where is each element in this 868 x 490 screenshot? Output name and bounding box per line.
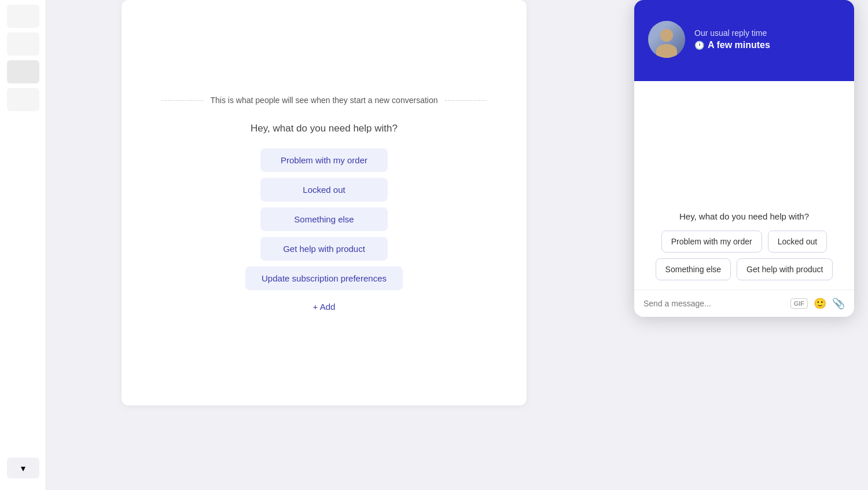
chat-prompt: Hey, what do you need help with? [646, 211, 843, 221]
reply-label: Our usual reply time [694, 28, 770, 38]
add-button[interactable]: + Add [313, 302, 336, 312]
sidebar-item-2[interactable] [7, 32, 39, 56]
chat-footer: GIF 🙂 📎 [634, 290, 854, 317]
option-btn-something[interactable]: Something else [260, 207, 388, 231]
option-btn-locked[interactable]: Locked out [260, 178, 388, 202]
emoji-icon[interactable]: 🙂 [814, 297, 826, 310]
sidebar-item-1[interactable] [7, 5, 39, 28]
option-btn-help[interactable]: Get help with product [260, 237, 388, 261]
option-btn-problem[interactable]: Problem with my order [260, 148, 388, 172]
divider-section: This is what people will see when they s… [162, 94, 486, 107]
divider-line-left [162, 100, 204, 101]
chat-btn-problem[interactable]: Problem with my order [661, 231, 762, 253]
reply-time-value: A few minutes [708, 40, 770, 50]
reply-time: 🕐 A few minutes [694, 40, 770, 50]
sidebar-item-3[interactable] [7, 60, 39, 83]
chat-header: Our usual reply time 🕐 A few minutes [634, 0, 854, 81]
preview-panel: Our usual reply time 🕐 A few minutes Hey… [602, 0, 868, 490]
sidebar-dropdown[interactable]: ▾ [7, 458, 39, 478]
chat-btn-help[interactable]: Get help with product [737, 258, 833, 280]
gif-icon[interactable]: GIF [790, 298, 808, 309]
sidebar: ▾ [0, 0, 46, 490]
clock-icon: 🕐 [694, 41, 704, 50]
sidebar-item-4[interactable] [7, 88, 39, 111]
avatar [648, 21, 685, 58]
message-input[interactable] [643, 299, 786, 308]
center-prompt: Hey, what do you need help with? [251, 123, 398, 134]
chat-widget: Our usual reply time 🕐 A few minutes Hey… [634, 0, 854, 317]
footer-icons: GIF 🙂 📎 [790, 297, 845, 310]
chat-body: Hey, what do you need help with? Problem… [634, 81, 854, 290]
divider-text: This is what people will see when they s… [211, 94, 438, 107]
chat-button-list: Problem with my order Locked out Somethi… [646, 231, 843, 280]
divider-line-right [445, 100, 487, 101]
center-panel: This is what people will see when they s… [122, 0, 527, 405]
chat-btn-something[interactable]: Something else [656, 258, 731, 280]
chat-btn-locked[interactable]: Locked out [768, 231, 827, 253]
main-area: This is what people will see when they s… [46, 0, 602, 490]
attachment-icon[interactable]: 📎 [832, 297, 845, 310]
option-btn-subscription[interactable]: Update subscription preferences [245, 266, 403, 290]
chevron-down-icon: ▾ [21, 463, 25, 474]
option-button-list: Problem with my order Locked out Somethi… [122, 148, 527, 290]
header-text: Our usual reply time 🕐 A few minutes [694, 28, 770, 50]
